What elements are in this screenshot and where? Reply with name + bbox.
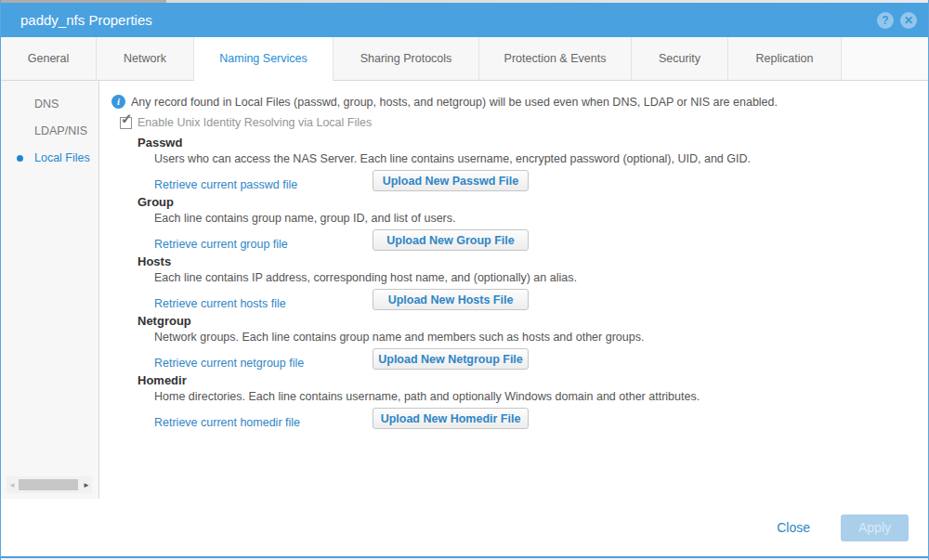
tab-replication[interactable]: Replication bbox=[728, 37, 842, 80]
close-icon[interactable]: ✕ bbox=[900, 12, 917, 29]
section-homedir: Homedir Home directories. Each line cont… bbox=[137, 373, 928, 433]
section-description: Each line contains IP address, correspon… bbox=[154, 271, 928, 289]
file-sections: Passwd Users who can access the NAS Serv… bbox=[137, 136, 928, 433]
retrieve-homedir-link[interactable]: Retrieve current homedir file bbox=[154, 416, 300, 429]
upload-netgroup-button[interactable]: Upload New Netgroup File bbox=[373, 348, 529, 370]
section-title: Netgroup bbox=[137, 314, 928, 331]
section-netgroup: Netgroup Network groups. Each line conta… bbox=[137, 314, 928, 373]
sidebar: DNS LDAP/NIS Local Files ◄ ► bbox=[1, 81, 99, 499]
properties-dialog: paddy_nfs Properties ? ✕ General Network… bbox=[0, 0, 929, 560]
scrollbar-thumb[interactable] bbox=[19, 479, 78, 490]
info-icon: i bbox=[111, 95, 125, 109]
section-title: Group bbox=[137, 195, 928, 212]
section-description: Home directories. Each line contains use… bbox=[154, 390, 928, 408]
tab-protection-events[interactable]: Protection & Events bbox=[479, 37, 632, 80]
tab-sharing-protocols[interactable]: Sharing Protocols bbox=[334, 37, 479, 80]
upload-passwd-button[interactable]: Upload New Passwd File bbox=[373, 170, 529, 191]
info-banner: i Any record found in Local Files (passw… bbox=[111, 96, 928, 109]
section-passwd: Passwd Users who can access the NAS Serv… bbox=[137, 136, 928, 195]
dialog-titlebar: paddy_nfs Properties ? ✕ bbox=[1, 3, 928, 37]
tab-general[interactable]: General bbox=[1, 37, 97, 80]
enable-unix-identity-row: ✓ Enable Unix Identity Resolving via Loc… bbox=[120, 116, 928, 129]
section-description: Users who can access the NAS Server. Eac… bbox=[154, 152, 928, 170]
main-panel: i Any record found in Local Files (passw… bbox=[99, 81, 928, 499]
dialog-footer: Close Apply bbox=[1, 499, 928, 556]
checkmark-icon: ✓ bbox=[121, 111, 133, 127]
sidebar-item-ldap-nis[interactable]: LDAP/NIS bbox=[1, 118, 98, 145]
info-text: Any record found in Local Files (passwd,… bbox=[131, 96, 778, 109]
scroll-left-icon[interactable]: ◄ bbox=[7, 481, 18, 489]
tab-network[interactable]: Network bbox=[97, 37, 194, 80]
enable-unix-identity-label: Enable Unix Identity Resolving via Local… bbox=[137, 116, 372, 129]
retrieve-group-link[interactable]: Retrieve current group file bbox=[154, 238, 288, 251]
apply-button[interactable]: Apply bbox=[841, 514, 909, 541]
sidebar-item-label: Local Files bbox=[34, 151, 90, 164]
retrieve-hosts-link[interactable]: Retrieve current hosts file bbox=[154, 297, 286, 310]
section-description: Network groups. Each line contains group… bbox=[154, 331, 928, 348]
tab-security[interactable]: Security bbox=[632, 37, 728, 80]
help-icon[interactable]: ? bbox=[877, 12, 894, 29]
upload-homedir-button[interactable]: Upload New Homedir File bbox=[373, 408, 529, 429]
upload-hosts-button[interactable]: Upload New Hosts File bbox=[373, 289, 529, 310]
section-hosts: Hosts Each line contains IP address, cor… bbox=[137, 254, 928, 314]
sidebar-horizontal-scrollbar[interactable]: ◄ ► bbox=[7, 476, 92, 493]
retrieve-passwd-link[interactable]: Retrieve current passwd file bbox=[154, 178, 297, 191]
upload-group-button[interactable]: Upload New Group File bbox=[373, 229, 529, 251]
tab-bar: General Network Naming Services Sharing … bbox=[1, 37, 928, 81]
sidebar-item-local-files[interactable]: Local Files bbox=[1, 145, 98, 172]
retrieve-netgroup-link[interactable]: Retrieve current netgroup file bbox=[154, 357, 304, 370]
tab-naming-services[interactable]: Naming Services bbox=[194, 37, 334, 81]
close-button[interactable]: Close bbox=[777, 520, 810, 535]
section-title: Homedir bbox=[137, 373, 928, 390]
sidebar-item-dns[interactable]: DNS bbox=[1, 91, 98, 118]
enable-unix-identity-checkbox[interactable]: ✓ bbox=[120, 117, 132, 129]
scrollbar-track[interactable] bbox=[18, 478, 81, 491]
active-bullet-icon bbox=[17, 155, 23, 162]
scroll-right-icon[interactable]: ► bbox=[81, 481, 92, 489]
section-description: Each line contains group name, group ID,… bbox=[154, 212, 928, 229]
section-group: Group Each line contains group name, gro… bbox=[137, 195, 928, 254]
tab-bar-filler bbox=[842, 37, 928, 80]
section-title: Passwd bbox=[137, 136, 928, 152]
dialog-title: paddy_nfs Properties bbox=[20, 12, 870, 28]
section-title: Hosts bbox=[137, 254, 928, 271]
